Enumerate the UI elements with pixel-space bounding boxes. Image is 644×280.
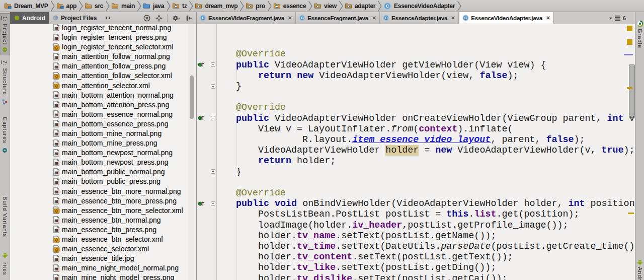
warning-mark[interactable] <box>628 213 634 214</box>
breadcrumb-label: dream_mvp <box>205 3 237 10</box>
file-list-item[interactable]: main_essence_title.jpg <box>10 254 196 263</box>
file-list-item[interactable]: main_bottom_public_press.png <box>10 177 196 186</box>
fold-marker-icon[interactable] <box>211 116 215 120</box>
breadcrumb-item-dream_mvp[interactable]: dream_mvp <box>195 0 237 12</box>
editor-tab-EssenceFragment.java[interactable]: CEssenceFragment.java <box>296 12 380 24</box>
breadcrumb-item-src[interactable]: src <box>85 0 103 12</box>
file-list-item[interactable]: main_attention_follow_selector.xml <box>10 71 196 81</box>
close-tab-icon[interactable] <box>372 16 376 20</box>
file-list-item[interactable]: main_mine_night_model_normal.png <box>10 263 196 273</box>
project-scrollbar-thumb[interactable] <box>190 76 194 119</box>
file-image-icon <box>53 168 60 176</box>
breadcrumb-label: java <box>153 3 164 10</box>
class-icon: C <box>383 2 391 10</box>
file-name: main_attention_follow_press.png <box>62 62 166 70</box>
close-tab-icon[interactable] <box>546 16 550 20</box>
project-scrollbar-track[interactable] <box>188 24 195 280</box>
warning-mark[interactable] <box>627 26 632 31</box>
file-list-item[interactable]: main_mine_night_model_press.png <box>10 273 196 280</box>
file-list-item[interactable]: main_bottom_attention_normal.png <box>10 90 196 100</box>
file-list-item[interactable]: main_essence_btn_press.png <box>10 225 196 234</box>
editor-error-stripe[interactable] <box>627 24 635 280</box>
code-editor[interactable]: @Overridepublic VideoAdapterViewHolder g… <box>197 24 635 280</box>
file-list-item[interactable]: main_attention_selector.xml <box>10 81 196 90</box>
project-toolwindow-icon <box>2 46 8 53</box>
file-list-item[interactable]: main_essence_selector.xml <box>10 244 196 254</box>
collapse-all-button[interactable] <box>141 12 153 24</box>
file-name: main_essence_btn_more_normal.png <box>62 187 181 195</box>
file-list-item[interactable]: main_essence_btn_more_press.png <box>10 196 196 205</box>
indent-guide <box>236 209 237 280</box>
breadcrumb-item-tz[interactable]: tz <box>172 0 187 12</box>
breadcrumb-item-java[interactable]: java <box>143 0 164 12</box>
file-list-item[interactable]: main_bottom_mine_press.png <box>10 138 196 148</box>
breadcrumb-item-main[interactable]: main <box>111 0 135 12</box>
fold-marker-icon[interactable] <box>211 62 215 67</box>
file-list-item[interactable]: main_bottom_public_normal.png <box>10 167 196 177</box>
breadcrumb-item-essence[interactable]: essence <box>273 0 306 12</box>
fold-marker-icon[interactable] <box>211 169 215 174</box>
file-list-item[interactable]: main_attention_follow_press.png <box>10 61 196 71</box>
close-tab-icon[interactable] <box>451 16 455 20</box>
file-name: login_register_tencent_press.png <box>62 33 167 41</box>
toolwindow-button--structure[interactable]: 7: Structure <box>0 57 10 111</box>
overriding-method-gutter-icon[interactable] <box>198 61 205 68</box>
close-tab-icon[interactable] <box>288 16 292 20</box>
overriding-method-gutter-icon[interactable] <box>198 115 205 121</box>
tabs-dropdown-icon[interactable] <box>609 17 613 20</box>
code-line: public void onBindViewHolder(VideoAdapte… <box>236 198 635 209</box>
project-view-tab-android[interactable]: Android <box>10 12 49 24</box>
toolwindow-button-build-variants[interactable]: Build Variants <box>0 196 10 260</box>
file-list-item[interactable]: main_essence_btn_normal.png <box>10 215 196 225</box>
file-list-item[interactable]: main_bottom_newpost_press.png <box>10 158 196 167</box>
breadcrumb-separator-icon <box>50 1 54 12</box>
file-list-item[interactable]: main_bottom_essence_normal.png <box>10 109 196 119</box>
chevron-icon <box>166 1 171 12</box>
breadcrumb-item-EssenceVideoAdapter[interactable]: CEssenceVideoAdapter <box>383 0 455 12</box>
file-list-item[interactable]: main_essence_btn_more_selector.xml <box>10 205 196 215</box>
code-text[interactable]: @Overridepublic VideoAdapterViewHolder g… <box>236 49 635 280</box>
file-list-item[interactable]: login_register_tencent_selector.xml <box>10 42 196 52</box>
file-list-item[interactable]: login_register_tencent_press.png <box>10 33 196 42</box>
scroll-from-source-button[interactable] <box>153 12 165 24</box>
file-list-item[interactable]: main_essence_btn_more_normal.png <box>10 186 196 196</box>
editor-tab-EssenceAdapter.java[interactable]: CEssenceAdapter.java <box>380 12 459 24</box>
file-list-item[interactable]: main_bottom_newpost_normal.png <box>10 148 196 158</box>
settings-button[interactable] <box>170 12 183 24</box>
class-icon: C <box>200 15 206 21</box>
file-list-item[interactable]: main_essence_btn_selector.xml <box>10 234 196 244</box>
toolwindow-button-captures[interactable]: Captures <box>0 114 10 156</box>
warning-mark[interactable] <box>627 87 632 89</box>
toolwindow-button-favorites[interactable]: rites <box>0 262 10 280</box>
code-line: holder.tv_dislike.setText(postList.getCa… <box>236 273 635 280</box>
file-list-item[interactable]: main_bottom_mine_normal.png <box>10 128 196 138</box>
file-list-item[interactable]: main_bottom_essence_press.png <box>10 119 196 128</box>
toolwindow-button-gradle[interactable]: Gradle <box>635 20 644 65</box>
breadcrumb-item-Dream_MVP[interactable]: Dream_MVP <box>4 0 48 12</box>
project-view-tab-project-files[interactable]: Project Files <box>49 12 100 24</box>
editor-tab-EssenceVideoFragment.java[interactable]: CEssenceVideoFragment.java <box>197 12 296 24</box>
warning-mark[interactable] <box>627 39 632 45</box>
breadcrumb-item-pro[interactable]: pro <box>246 0 265 12</box>
code-line: public VideoAdapterViewHolder getViewHol… <box>236 60 635 71</box>
file-list-item[interactable]: main_attention_follow_normal.png <box>10 52 196 61</box>
tab-scroll-arrows-icon[interactable] <box>100 12 115 24</box>
source-folder-icon <box>143 2 150 10</box>
breadcrumb-item-app[interactable]: app <box>56 0 76 12</box>
breadcrumb-item-adapter[interactable]: adapter <box>345 0 375 12</box>
hidden-tabs-icon[interactable] <box>615 15 621 21</box>
file-list-item[interactable]: main_bottom_attention_press.png <box>10 100 196 109</box>
chevron-icon <box>78 1 83 12</box>
overriding-method-gutter-icon[interactable] <box>198 200 205 207</box>
fold-marker-icon[interactable] <box>211 201 215 206</box>
toolwindow-button--project[interactable]: 1: Project <box>0 13 10 55</box>
breadcrumb-item-view[interactable]: view <box>314 0 337 12</box>
hide-panel-button[interactable] <box>183 12 196 24</box>
toolwindow-button-android-monitor[interactable]: Andr <box>635 258 644 280</box>
file-list-item[interactable]: login_register_tencent_normal.png <box>10 24 196 33</box>
editor-scrollbar-thumb[interactable] <box>629 64 635 118</box>
fold-marker-icon[interactable] <box>211 84 215 89</box>
tab-label: EssenceVideoAdapter.java <box>471 15 542 22</box>
info-mark[interactable] <box>624 54 633 55</box>
editor-tab-EssenceVideoAdapter.java[interactable]: CEssenceVideoAdapter.java <box>459 12 554 24</box>
